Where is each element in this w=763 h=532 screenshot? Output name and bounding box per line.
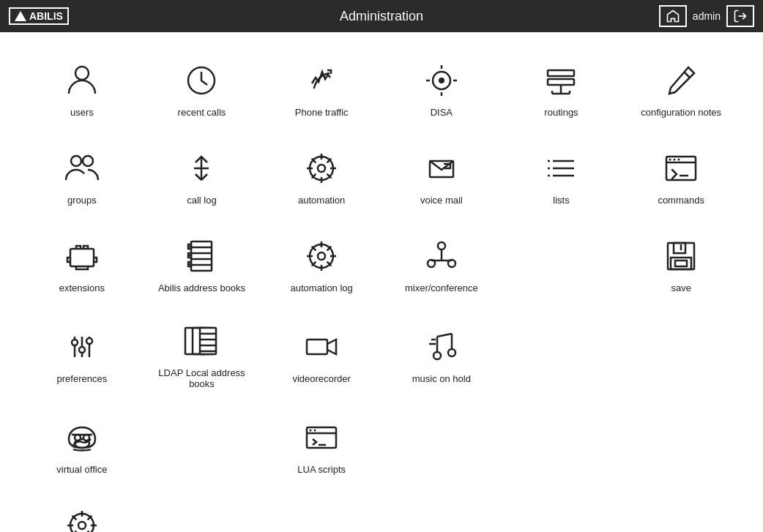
empty-3 <box>621 310 741 397</box>
svg-rect-47 <box>70 249 94 266</box>
page-title: Administration <box>340 9 423 24</box>
ldap-local-address-books-label: LDAP Local address books <box>148 367 256 389</box>
recent-calls-item[interactable]: recent calls <box>142 47 262 127</box>
home-icon <box>666 9 680 23</box>
save-icon <box>660 236 701 277</box>
phone-traffic-item[interactable]: Phone traffic <box>261 47 382 127</box>
call-log-icon <box>181 148 222 189</box>
automation-icon <box>301 148 342 189</box>
automation-log-item[interactable]: automation log <box>261 222 382 303</box>
phone-traffic-label: Phone traffic <box>295 107 349 118</box>
svg-point-44 <box>674 158 676 160</box>
users-icon <box>62 60 103 101</box>
svg-rect-81 <box>675 261 687 266</box>
svg-rect-91 <box>200 328 216 354</box>
routings-icon <box>540 60 581 101</box>
svg-rect-96 <box>307 340 327 354</box>
lists-icon <box>540 148 581 189</box>
extensions-icon <box>62 236 103 277</box>
call-log-item[interactable]: call log <box>142 135 262 215</box>
svg-point-70 <box>438 242 445 250</box>
abilis-address-books-icon <box>181 236 222 277</box>
home-button[interactable] <box>659 5 687 27</box>
svg-point-100 <box>433 352 441 359</box>
lists-item[interactable]: lists <box>502 135 622 215</box>
groups-icon <box>62 148 103 189</box>
svg-line-98 <box>437 334 452 337</box>
configuration-notes-item[interactable]: configuration notes <box>621 47 741 127</box>
logout-button[interactable] <box>726 5 754 27</box>
voice-mail-icon <box>421 148 462 189</box>
extensions-item[interactable]: extensions <box>22 222 142 303</box>
svg-point-43 <box>669 158 671 160</box>
mixer-conference-label: mixer/conference <box>405 282 478 293</box>
header-right: admin <box>659 5 754 27</box>
routings-item[interactable]: routings <box>502 47 622 127</box>
users-item[interactable]: users <box>22 47 142 127</box>
recent-calls-label: recent calls <box>178 107 226 118</box>
svg-point-60 <box>318 252 325 260</box>
svg-point-17 <box>83 156 93 166</box>
abilis-address-books-item[interactable]: Abilis address books <box>142 222 262 303</box>
disa-item[interactable]: DISA <box>382 47 502 127</box>
music-on-hold-label: music on hold <box>412 373 471 384</box>
logo-triangle-icon <box>15 11 26 21</box>
svg-line-15 <box>684 72 690 78</box>
groups-item[interactable]: groups <box>22 135 142 215</box>
save-label: save <box>671 282 691 293</box>
automation-log-icon <box>301 236 342 277</box>
save-item[interactable]: save <box>621 222 741 303</box>
svg-point-111 <box>314 429 316 431</box>
commands-label: commands <box>658 195 704 206</box>
abilis-address-books-label: Abilis address books <box>158 282 245 293</box>
music-on-hold-item[interactable]: music on hold <box>382 310 502 397</box>
svg-point-69 <box>320 243 323 246</box>
lua-scripts-label: LUA scripts <box>297 464 346 475</box>
recent-calls-icon <box>181 60 222 101</box>
app-header: ABILIS Administration admin <box>0 0 763 32</box>
voice-mail-item[interactable]: voice mail <box>382 135 502 215</box>
rio-rvs-configuration-item[interactable]: Rio/Rvs configuration <box>22 492 142 532</box>
videorecorder-item[interactable]: videorecorder <box>261 310 382 397</box>
svg-rect-48 <box>191 241 212 271</box>
logo: ABILIS <box>9 7 69 25</box>
lists-label: lists <box>553 195 569 206</box>
svg-point-23 <box>318 165 325 172</box>
music-on-hold-icon <box>421 326 462 367</box>
header-left: ABILIS <box>9 7 69 25</box>
configuration-notes-icon <box>660 60 701 101</box>
svg-point-114 <box>78 522 86 529</box>
virtual-office-label: virtual office <box>56 464 107 475</box>
ldap-local-address-books-item[interactable]: LDAP Local address books <box>142 310 262 397</box>
videorecorder-icon <box>301 326 342 367</box>
call-log-label: call log <box>187 195 216 206</box>
mixer-conference-item[interactable]: mixer/conference <box>382 222 502 303</box>
commands-item[interactable]: commands <box>621 135 741 215</box>
svg-point-32 <box>320 155 323 158</box>
lua-scripts-icon <box>301 417 342 458</box>
logo-text: ABILIS <box>29 10 63 22</box>
empty-1 <box>502 222 622 303</box>
svg-point-110 <box>310 429 312 431</box>
main-content: users recent calls Phone traffic <box>0 32 763 532</box>
configuration-notes-label: configuration notes <box>641 107 721 118</box>
virtual-office-icon <box>62 417 103 458</box>
empty-5 <box>382 404 502 484</box>
disa-label: DISA <box>431 107 453 118</box>
videorecorder-label: videorecorder <box>292 373 351 384</box>
empty-7 <box>621 404 741 484</box>
preferences-item[interactable]: preferences <box>22 310 142 397</box>
svg-point-101 <box>448 349 455 356</box>
lua-scripts-item[interactable]: LUA scripts <box>261 404 382 484</box>
empty-2 <box>502 310 622 397</box>
preferences-icon <box>62 326 103 367</box>
rio-rvs-configuration-icon <box>62 505 103 533</box>
automation-item[interactable]: automation <box>261 135 382 215</box>
virtual-office-item[interactable]: virtual office <box>22 404 142 484</box>
svg-point-16 <box>71 156 81 166</box>
preferences-label: preferences <box>57 373 108 384</box>
svg-point-86 <box>72 340 78 345</box>
phone-traffic-icon <box>301 60 342 101</box>
mixer-conference-icon <box>421 236 462 277</box>
users-label: users <box>70 107 94 118</box>
